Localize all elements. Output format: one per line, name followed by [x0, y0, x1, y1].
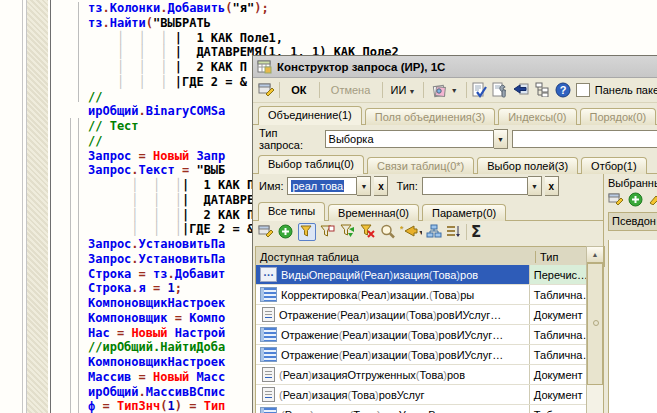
code-line: тз.Найти("ВЫБРАТЬ	[88, 16, 657, 31]
table-type-cell: Таблична…	[530, 325, 588, 344]
tab-Отбор(1)[interactable]: Отбор(1)	[581, 157, 647, 174]
cancel-button[interactable]: Отмена	[324, 82, 377, 98]
tab-Параметр(0)[interactable]: Параметр(0)	[422, 204, 506, 221]
bookmark-strip	[27, 0, 48, 413]
tab-Связи таблиц(0*)[interactable]: Связи таблиц(0*)	[367, 157, 474, 174]
batch-panel-checkbox[interactable]	[576, 83, 590, 97]
tab-Все типы[interactable]: Все типы	[258, 202, 325, 221]
table-name-cell: (Реал)изацияОтгруженных(Това)ров	[256, 365, 530, 384]
filter-clear-icon[interactable]	[360, 224, 376, 240]
screen: { "editor": { "lines": [ [["v","тз"],["p…	[0, 0, 657, 413]
document-icon	[262, 367, 275, 382]
svg-text:▼: ▼	[418, 229, 422, 236]
type-filter-input[interactable]	[422, 177, 528, 195]
dialog-titlebar[interactable]: Конструктор запроса (ИР), 1С	[253, 56, 657, 78]
table-row[interactable]: Отражение(Реал)изации(Това)ровИУслуг…Таб…	[256, 345, 588, 365]
table-name-cell: Отражение(Реал)изации(Това)ровИУслуг…	[256, 325, 530, 344]
code-group-line	[78, 118, 79, 413]
gutter-border	[50, 0, 51, 413]
query-type-row: Тип запроса: Выборка▼	[253, 129, 657, 149]
column-header-table[interactable]: Доступная таблица	[256, 251, 535, 263]
code-group-line	[78, 2, 79, 102]
check-query-icon[interactable]	[471, 82, 487, 98]
tab-Выбор полей(3)[interactable]: Выбор полей(3)	[477, 157, 578, 174]
table-scrollbar[interactable]: ▲	[586, 246, 604, 413]
gutter-line	[22, 0, 23, 413]
dialog-title: Конструктор запроса (ИР), 1С	[277, 61, 445, 73]
selected-tables-toolbar	[608, 192, 657, 208]
table-type-cell: Таблична…	[530, 345, 588, 364]
chevron-down-icon[interactable]: ▼	[528, 176, 542, 196]
scroll-up-icon[interactable]: ▲	[587, 247, 603, 263]
table-row[interactable]: Корректировка(Реал)изации.(Това)рыТаблич…	[256, 285, 588, 305]
table-type-cell: Документ	[530, 365, 588, 384]
table-row[interactable]: Отражение(Реал)изации(Това)ровИУслуг…Таб…	[256, 325, 588, 345]
tab-Выбор таблиц(0)[interactable]: Выбор таблиц(0)	[258, 155, 364, 174]
selected-tables-panel: Выбранны Псевдон	[603, 174, 657, 413]
code-line: │ │ │ | 1 КАК Поле1,	[88, 31, 657, 46]
table-header: Доступная таблица Тип	[255, 246, 605, 267]
filter-active-icon[interactable]	[298, 223, 316, 241]
svg-text:*: *	[400, 224, 404, 234]
name-filter-label: Имя:	[259, 180, 283, 192]
table-type-cell: Перечис…	[530, 265, 588, 284]
selected-tables-empty-list[interactable]	[608, 240, 657, 413]
code-group-line	[70, 118, 71, 413]
clear-name-filter-button[interactable]: x	[374, 176, 388, 196]
tables-toolbar: *▼ Σ	[255, 220, 481, 244]
filter-refresh-icon[interactable]	[340, 224, 356, 240]
goto-icon[interactable]: *▼	[400, 224, 422, 240]
list-settings-icon[interactable]	[608, 192, 624, 208]
insert-to-code-icon[interactable]	[513, 82, 529, 98]
chevron-down-icon: ▼	[451, 87, 458, 94]
code-line: тз.Колонки.Добавить("я");	[88, 1, 657, 16]
tab-Объединение(1)[interactable]: Объединение(1)	[258, 106, 362, 125]
form-settings-icon[interactable]	[258, 82, 274, 98]
edit-icon[interactable]	[648, 192, 657, 208]
dialog-toolbar: ОК Отмена ИИ▼ ▼ ? Панель паке	[253, 78, 657, 103]
ok-button[interactable]: ОК	[284, 82, 313, 98]
table-name-cell: (Реал)изация(Това)ровУслуг	[256, 385, 530, 404]
chevron-down-icon: ▼	[408, 88, 415, 95]
filter-by-value-icon[interactable]	[320, 224, 336, 240]
ii-menu-button[interactable]: ИИ▼	[388, 82, 419, 98]
sum-icon[interactable]: Σ	[471, 223, 481, 241]
query-tree-icon[interactable]	[534, 82, 550, 98]
chevron-down-icon[interactable]: ▼	[494, 129, 507, 149]
name-filter-input[interactable]: реал това	[287, 177, 357, 195]
table-name-cell: Отражение(Реал)изации(Това)ровИУслуг…	[256, 305, 530, 324]
add-icon[interactable]	[628, 192, 644, 208]
add-icon[interactable]	[278, 224, 294, 240]
document-icon	[262, 307, 275, 322]
table-row[interactable]: (Реал)изацияОтгруженных(Това)ровДокумент	[256, 365, 588, 385]
tab-Поля объединения(3)[interactable]: Поля объединения(3)	[365, 108, 495, 125]
table-row[interactable]: Отражение(Реал)изации(Това)ровИУслуг…Док…	[256, 305, 588, 325]
appearance-menu-button[interactable]: ▼	[429, 81, 461, 100]
tabular-icon	[260, 347, 277, 362]
table-row[interactable]: (Реал)изация(Това)ровУслугДокумент	[256, 385, 588, 405]
help-icon[interactable]: ?	[555, 82, 571, 98]
sort-list-icon[interactable]	[446, 224, 462, 240]
table-row[interactable]: …ВидыОпераций(Реал)изация(Това)ровПеречи…	[256, 265, 588, 285]
chevron-down-icon[interactable]: ▼	[357, 176, 371, 196]
alias-column-header[interactable]: Псевдон	[608, 212, 657, 231]
tab-Индексы(0)[interactable]: Индексы(0)	[498, 108, 576, 125]
query-constructor-icon	[257, 59, 273, 75]
query-name-field[interactable]	[512, 130, 657, 148]
clear-type-filter-button[interactable]: x	[545, 176, 559, 196]
query-constructor-dialog: Конструктор запроса (ИР), 1С ОК Отмена И…	[252, 55, 657, 413]
scrollbar-thumb[interactable]	[587, 263, 603, 385]
query-type-select[interactable]: Выборка	[325, 130, 495, 148]
tabular-icon	[260, 407, 277, 413]
table-row[interactable]: (Реал)изация(Това)ровУслуг.Возвратная…Та…	[256, 405, 588, 413]
query-settings-icon[interactable]	[492, 82, 508, 98]
search-icon[interactable]	[380, 224, 396, 240]
list-settings-icon[interactable]	[258, 224, 274, 240]
table-name-cell: (Реал)изация(Това)ровУслуг.Возвратная…	[256, 405, 530, 413]
svg-text:?: ?	[559, 84, 566, 96]
hierarchy-icon[interactable]	[426, 224, 442, 240]
table-type-cell: Документ	[530, 385, 588, 404]
table-name-cell: …ВидыОпераций(Реал)изация(Това)ров	[256, 265, 530, 284]
tab-Порядок(0)[interactable]: Порядок(0)	[580, 108, 657, 125]
tab-Временная(0)[interactable]: Временная(0)	[328, 204, 419, 221]
